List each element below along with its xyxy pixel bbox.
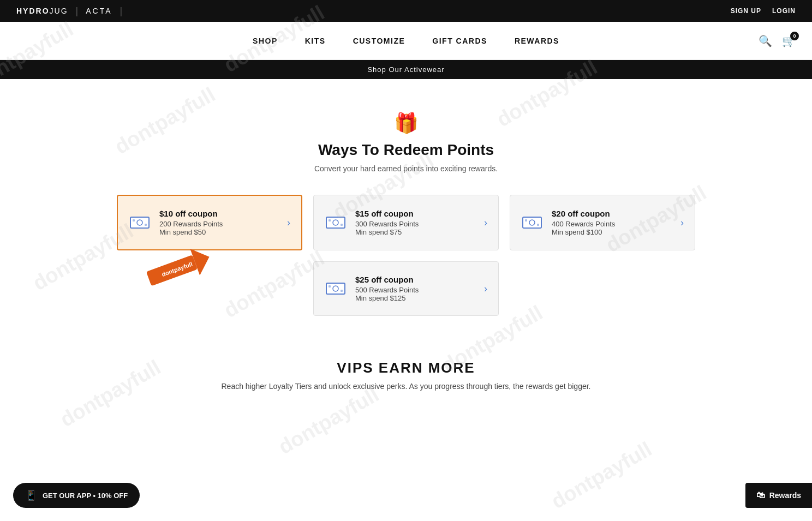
svg-rect-8 xyxy=(523,217,541,228)
svg-rect-3 xyxy=(145,224,147,226)
coupon-4-title: $25 off coupon xyxy=(355,275,475,284)
empty-cell-1 xyxy=(117,261,302,316)
nav-gift-cards[interactable]: GIFT CARDS xyxy=(432,37,487,45)
coupon-4-points: 500 Rewards Points xyxy=(355,286,475,294)
vips-subtitle: Reach higher Loyalty Tiers and unlock ex… xyxy=(117,382,695,391)
coupon-2-icon xyxy=(325,214,347,231)
search-icon[interactable]: 🔍 xyxy=(759,34,772,47)
vips-title: VIPS EARN MORE xyxy=(117,360,695,376)
coupon-2-chevron: › xyxy=(484,217,487,229)
coupon-4-info: $25 off coupon 500 Rewards Points Min sp… xyxy=(355,275,475,302)
svg-rect-15 xyxy=(341,290,343,292)
coupon-4-chevron: › xyxy=(484,283,487,295)
coupon-card-2[interactable]: $15 off coupon 300 Rewards Points Min sp… xyxy=(313,195,499,250)
logo-area: HYDRO JUG | ACTA | xyxy=(16,5,122,17)
coupon-3-icon xyxy=(521,214,543,231)
login-link[interactable]: LOGIN xyxy=(772,7,796,15)
coupon-1-title: $10 off coupon xyxy=(159,209,278,218)
coupon-1-info: $10 off coupon 200 Rewards Points Min sp… xyxy=(159,209,278,236)
svg-rect-7 xyxy=(341,224,343,226)
coupon-1-min: Min spend $50 xyxy=(159,228,278,236)
coupon-3-title: $20 off coupon xyxy=(552,209,672,218)
nav-shop[interactable]: SHOP xyxy=(253,37,278,45)
separator-2: | xyxy=(120,5,123,17)
svg-rect-14 xyxy=(329,285,331,288)
empty-cell-2 xyxy=(510,261,695,316)
svg-rect-12 xyxy=(326,283,345,294)
coupon-2-points: 300 Rewards Points xyxy=(355,220,475,228)
gift-icon: 🎁 xyxy=(117,112,695,135)
coupon-4-min: Min spend $125 xyxy=(355,294,475,302)
coupon-1-icon xyxy=(129,214,151,231)
svg-rect-11 xyxy=(537,224,539,226)
coupons-row-2: $25 off coupon 500 Rewards Points Min sp… xyxy=(117,261,695,316)
app-bar-label: GET OUR APP • 10% OFF xyxy=(43,492,128,500)
coupons-row-1: $10 off coupon 200 Rewards Points Min sp… xyxy=(117,195,695,250)
coupon-4-icon xyxy=(325,280,347,297)
banner-text: Shop Our Activewear xyxy=(367,65,444,74)
rewards-btn-label: Rewards xyxy=(769,491,801,500)
svg-rect-6 xyxy=(329,219,331,221)
coupon-card-1[interactable]: $10 off coupon 200 Rewards Points Min sp… xyxy=(117,195,302,250)
logo-hydro: HYDRO xyxy=(16,7,50,15)
coupon-2-title: $15 off coupon xyxy=(355,209,475,218)
app-bar[interactable]: 📱 GET OUR APP • 10% OFF xyxy=(13,483,140,508)
sign-up-link[interactable]: SIGN UP xyxy=(731,7,761,15)
logo-jug: JUG xyxy=(50,7,68,15)
coupon-3-points: 400 Rewards Points xyxy=(552,220,672,228)
svg-rect-10 xyxy=(525,219,527,221)
nav-rewards[interactable]: REWARDS xyxy=(515,37,559,45)
coupon-3-min: Min spend $100 xyxy=(552,228,672,236)
top-bar: HYDRO JUG | ACTA | SIGN UP LOGIN xyxy=(0,0,812,22)
coupon-3-info: $20 off coupon 400 Rewards Points Min sp… xyxy=(552,209,672,236)
coupon-2-info: $15 off coupon 300 Rewards Points Min sp… xyxy=(355,209,475,236)
svg-rect-0 xyxy=(130,217,149,228)
coupon-1-points: 200 Rewards Points xyxy=(159,220,278,228)
cart-icon-wrap[interactable]: 🛒 0 xyxy=(782,34,796,47)
coupon-card-4[interactable]: $25 off coupon 500 Rewards Points Min sp… xyxy=(313,261,499,316)
separator-1: | xyxy=(76,5,79,17)
rewards-icon: 🛍 xyxy=(756,490,765,500)
svg-rect-2 xyxy=(133,219,135,221)
app-icon: 📱 xyxy=(25,489,37,501)
svg-rect-4 xyxy=(326,217,345,228)
vips-section: VIPS EARN MORE Reach higher Loyalty Tier… xyxy=(117,360,695,391)
coupon-3-chevron: › xyxy=(680,217,684,229)
section-subtitle: Convert your hard earned points into exc… xyxy=(117,164,695,173)
cart-badge-count: 0 xyxy=(790,32,799,40)
coupon-1-chevron: › xyxy=(287,217,290,229)
rewards-button[interactable]: 🛍 Rewards xyxy=(745,483,812,508)
section-title: Ways To Redeem Points xyxy=(117,141,695,159)
promo-banner[interactable]: Shop Our Activewear xyxy=(0,60,812,79)
coupon-card-3[interactable]: $20 off coupon 400 Rewards Points Min sp… xyxy=(510,195,695,250)
nav-links: SHOP KITS CUSTOMIZE GIFT CARDS REWARDS xyxy=(253,37,559,45)
coupon-2-min: Min spend $75 xyxy=(355,228,475,236)
nav-customize[interactable]: CUSTOMIZE xyxy=(353,37,405,45)
acta-logo[interactable]: ACTA xyxy=(86,7,112,15)
main-content: 🎁 Ways To Redeem Points Convert your har… xyxy=(106,79,706,412)
hydrojug-logo[interactable]: HYDRO JUG xyxy=(16,7,68,15)
auth-links: SIGN UP LOGIN xyxy=(731,7,796,15)
nav-icons: 🔍 🛒 0 xyxy=(759,34,796,47)
main-nav: SHOP KITS CUSTOMIZE GIFT CARDS REWARDS 🔍… xyxy=(0,22,812,60)
nav-kits[interactable]: KITS xyxy=(305,37,326,45)
